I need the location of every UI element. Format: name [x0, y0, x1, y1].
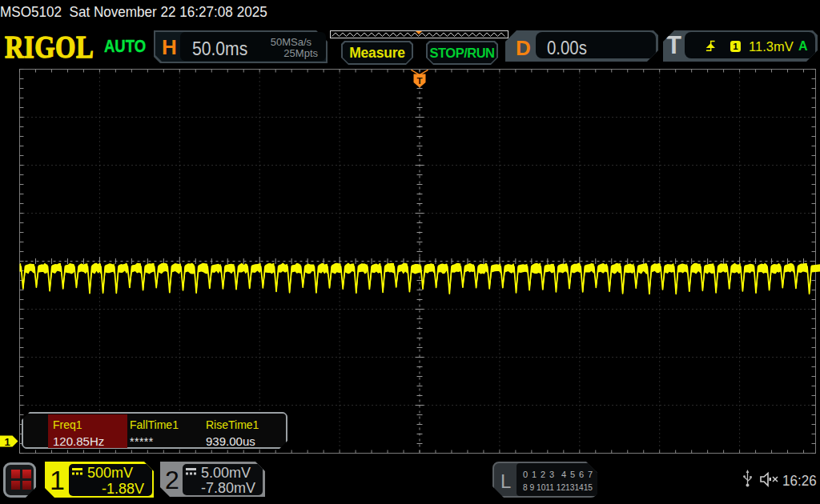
- svg-text:1: 1: [4, 436, 10, 448]
- svg-text:T: T: [416, 76, 422, 86]
